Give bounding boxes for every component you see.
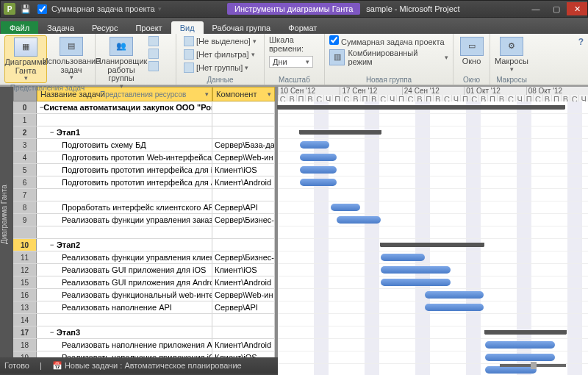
task-bar[interactable] — [300, 179, 337, 186]
summary-bar[interactable] — [278, 105, 564, 110]
row-number[interactable]: 1 — [13, 114, 37, 126]
cell-task-name[interactable]: Подготовить прототип интерфейса для iOS — [37, 164, 212, 176]
task-bar[interactable] — [300, 166, 337, 174]
task-bar[interactable] — [300, 154, 337, 161]
cell-component[interactable] — [212, 189, 275, 201]
table-row[interactable]: 8Проработать интерфейс клиентского APIСе… — [13, 201, 275, 214]
table-row[interactable]: 10−Этап2 — [13, 239, 275, 251]
cell-task-name[interactable]: Реализовать функции управления клиентами — [37, 251, 212, 263]
cell-component[interactable] — [212, 126, 275, 138]
table-row[interactable]: 7 — [13, 189, 275, 201]
cell-task-name[interactable] — [37, 314, 212, 326]
cell-task-name[interactable]: Подготовить прототип Web-интерфейса — [37, 151, 212, 163]
task-usage-button[interactable]: ▤ Использование задач▾ — [50, 35, 93, 82]
table-row[interactable]: 3Подготовить схему БДСервер\База-да — [13, 139, 275, 151]
outline-toggle-icon[interactable]: − — [50, 129, 57, 136]
cell-task-name[interactable]: Реализовать GUI приложения для iOS — [37, 264, 212, 276]
cell-task-name[interactable]: −Система автоматизации закупок ООО "Рога… — [37, 101, 212, 113]
gantt-chart-button[interactable]: ▦ Диаграмма Ганта▾ — [4, 35, 47, 83]
cell-component[interactable]: Клиент\Android — [212, 176, 275, 188]
task-bar[interactable] — [485, 366, 537, 374]
qat-save-icon[interactable]: 💾 — [18, 2, 33, 15]
team-planner-button[interactable]: 👥 Планировщик работы группы▾ — [100, 35, 143, 90]
task-bar[interactable] — [300, 141, 329, 149]
row-number[interactable]: 7 — [13, 189, 37, 201]
table-row[interactable]: 17−Этап3 — [13, 326, 275, 339]
cell-task-name[interactable]: −Этап3 — [37, 326, 212, 338]
cell-component[interactable]: Сервер\База-да — [212, 139, 275, 151]
table-row[interactable]: 9Реализовать функции управления заказами… — [13, 214, 275, 226]
table-row[interactable]: 12Реализовать GUI приложения для iOSКлие… — [13, 264, 275, 276]
cell-task-name[interactable]: Реализовать GUI приложения для Android — [37, 276, 212, 288]
cell-task-name[interactable] — [37, 114, 212, 126]
table-row[interactable]: 18Реализовать наполнение приложения Andr… — [13, 339, 275, 351]
tab-resource[interactable]: Ресурс — [83, 21, 126, 34]
tab-team[interactable]: Рабочая группа — [204, 21, 280, 34]
row-number[interactable]: 19 — [13, 351, 37, 357]
table-row[interactable]: 5Подготовить прототип интерфейса для iOS… — [13, 164, 275, 176]
row-number[interactable]: 2 — [13, 126, 37, 138]
cell-component[interactable] — [212, 326, 275, 338]
cell-component[interactable]: Сервер\Бизнес- — [212, 214, 275, 226]
cell-component[interactable]: Клиент\iOS — [212, 351, 275, 357]
maximize-button[interactable]: ▢ — [546, 2, 567, 15]
summary-task-checkbox[interactable] — [37, 4, 47, 14]
task-bar[interactable] — [337, 216, 381, 224]
task-bar[interactable] — [381, 266, 451, 274]
gantt-chart[interactable]: 10 Сен '1217 Сен '1224 Сен '1201 Окт '12… — [278, 87, 588, 357]
cell-component[interactable]: Сервер\Web-ин — [212, 151, 275, 163]
gantt-body[interactable] — [278, 101, 588, 375]
cell-task-name[interactable]: −Этап2 — [37, 239, 212, 251]
cell-component[interactable]: Клиент\iOS — [212, 164, 275, 176]
combined-mode-button[interactable]: ▥ Комбинированный режим▾ — [329, 48, 448, 67]
macros-button[interactable]: ⚙Макросы▾ — [495, 35, 528, 73]
cell-component[interactable]: Клиент\Android — [212, 276, 275, 288]
cell-component[interactable] — [212, 226, 275, 238]
row-number[interactable] — [13, 226, 37, 238]
row-number[interactable]: 17 — [13, 326, 37, 338]
task-bar[interactable] — [425, 304, 484, 311]
table-row[interactable]: 2−Этап1 — [13, 126, 275, 139]
cell-task-name[interactable]: Проработать интерфейс клиентского API — [37, 201, 212, 213]
row-number[interactable]: 12 — [13, 264, 37, 276]
tab-file[interactable]: Файл — [1, 21, 38, 34]
row-number[interactable]: 5 — [13, 164, 37, 176]
close-button[interactable]: ✕ — [567, 2, 587, 15]
contextual-tool-tab[interactable]: Инструменты диаграммы Ганта — [227, 3, 360, 15]
cell-task-name[interactable]: −Этап1 — [37, 126, 212, 138]
table-row[interactable]: 19Реализовать наполнение приложения iOSК… — [13, 351, 275, 357]
resource-view-btn-2[interactable] — [146, 48, 162, 60]
row-number[interactable]: 10 — [13, 239, 37, 251]
cell-component[interactable]: Клиент\iOS — [212, 264, 275, 276]
tab-task[interactable]: Задача — [38, 21, 83, 34]
cell-task-name[interactable] — [37, 189, 212, 201]
cell-task-name[interactable]: Реализовать функциональный web-интерфейс — [37, 289, 212, 301]
cell-component[interactable] — [212, 314, 275, 326]
cell-task-name[interactable]: Реализовать наполнение приложения iOS — [37, 351, 212, 357]
col-header-component[interactable]: Компонент▾ — [212, 87, 275, 101]
zoom-slider[interactable] — [500, 364, 566, 367]
summary-task-ribbon-check[interactable]: Суммарная задача проекта — [329, 35, 445, 46]
tab-view[interactable]: Вид — [171, 21, 204, 34]
table-row[interactable]: 15Реализовать GUI приложения для Android… — [13, 276, 275, 289]
row-number[interactable]: 15 — [13, 276, 37, 288]
row-number[interactable]: 4 — [13, 151, 37, 163]
task-bar[interactable] — [485, 341, 555, 349]
cell-task-name[interactable]: Подготовить схему БД — [37, 139, 212, 151]
cell-component[interactable]: Сервер\API — [212, 201, 275, 213]
row-number[interactable]: 14 — [13, 314, 37, 326]
cell-component[interactable]: Клиент\Android — [212, 339, 275, 351]
table-row[interactable]: 1 — [13, 114, 275, 126]
row-number[interactable]: 11 — [13, 251, 37, 263]
table-row[interactable]: 4Подготовить прототип Web-интерфейсаСерв… — [13, 151, 275, 164]
table-row[interactable]: 14 — [13, 314, 275, 326]
row-number[interactable]: 0 — [13, 101, 37, 113]
cell-component[interactable] — [212, 114, 275, 126]
summary-bar[interactable] — [381, 243, 484, 247]
tab-format[interactable]: Формат — [279, 21, 326, 34]
task-bar[interactable] — [425, 291, 484, 299]
minimize-button[interactable]: — — [526, 2, 546, 15]
task-bar[interactable] — [381, 254, 425, 261]
cell-task-name[interactable] — [37, 226, 212, 238]
row-number[interactable]: 6 — [13, 176, 37, 188]
